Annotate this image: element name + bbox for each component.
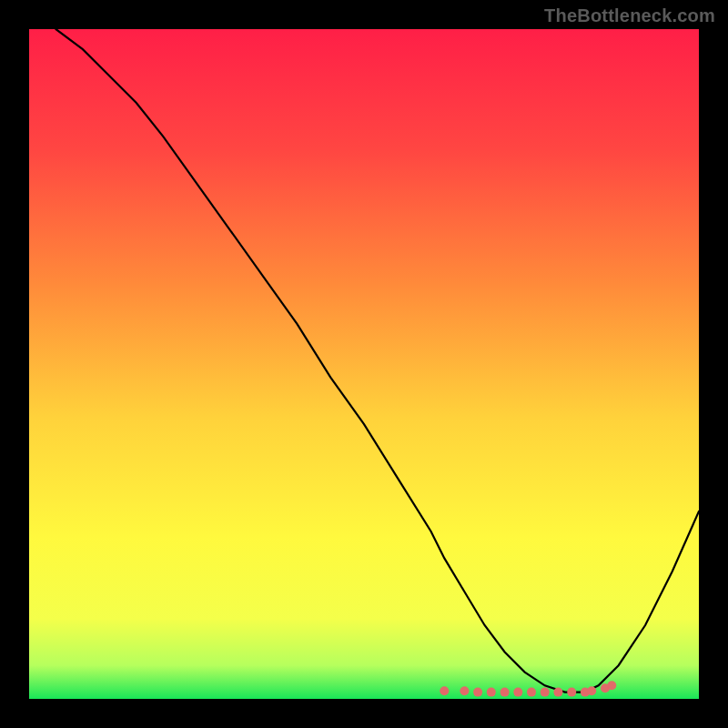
watermark-text: TheBottleneck.com	[544, 5, 715, 26]
optimal-point	[587, 686, 596, 695]
optimal-point	[541, 688, 550, 697]
optimal-point	[567, 688, 576, 697]
bottleneck-chart	[29, 29, 699, 699]
optimal-point	[487, 688, 496, 697]
optimal-point	[553, 688, 562, 697]
optimal-point	[513, 688, 522, 697]
gradient-background	[29, 29, 699, 699]
optimal-point	[607, 681, 616, 690]
chart-frame	[29, 29, 699, 699]
optimal-point	[460, 686, 469, 695]
optimal-point	[500, 688, 510, 697]
optimal-point	[527, 688, 536, 697]
optimal-point	[473, 688, 482, 697]
optimal-point	[440, 686, 449, 695]
